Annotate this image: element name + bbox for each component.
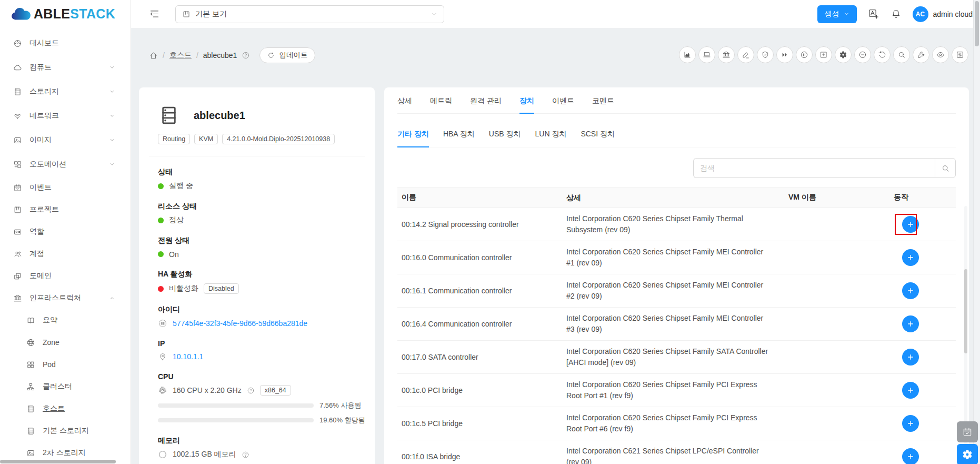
summary-icon <box>26 315 36 325</box>
translate-icon[interactable] <box>868 8 879 20</box>
attach-device-button[interactable] <box>902 382 919 399</box>
host-detail-card: 상세메트릭원격 관리장치이벤트코멘트 기타 장치HBA 장치USB 장치LUN … <box>384 87 969 464</box>
action-restart-icon[interactable] <box>874 46 891 63</box>
pod-icon <box>26 360 36 369</box>
usage-bar-label: 7.56% 사용됨 <box>319 401 361 410</box>
action-bank-icon[interactable] <box>718 46 735 63</box>
sidebar-item-pod[interactable]: Pod <box>0 353 131 376</box>
device-subtabs: 기타 장치HBA 장치USB 장치LUN 장치SCSI 장치 <box>397 130 956 147</box>
host-badges: RoutingKVM4.21.0.0-Mold.Diplo-2025120109… <box>158 134 356 144</box>
attach-device-button[interactable] <box>902 282 919 299</box>
sidebar-item-automation[interactable]: 오토메이션 <box>0 152 131 176</box>
tab-메트릭[interactable]: 메트릭 <box>430 96 452 113</box>
sidebar-item-accounts[interactable]: 계정 <box>0 243 131 265</box>
divider <box>149 156 365 156</box>
field-value[interactable]: 10.10.1.1 <box>173 352 203 361</box>
sidebar-item-images[interactable]: 이미지 <box>0 128 131 152</box>
host-field: 아이디57745f4e-32f3-45fe-9d66-59d66ba281de <box>158 305 356 328</box>
question-circle-icon[interactable] <box>242 51 250 60</box>
field-value[interactable]: 57745f4e-32f3-45fe-9d66-59d66ba281de <box>173 319 307 328</box>
tab-상세[interactable]: 상세 <box>397 96 412 113</box>
status-dot <box>158 183 164 189</box>
device-row: 00:1c.0 PCI bridgeIntel Corporation C620… <box>397 374 956 407</box>
sidebar: ABLESTACK 대시보드컴퓨트스토리지네트워크이미지오토메이션이벤트프로젝트… <box>0 0 131 464</box>
attach-device-button[interactable] <box>902 448 919 464</box>
host-icon <box>26 404 36 413</box>
subtab-scsi-장치[interactable]: SCSI 장치 <box>581 130 615 147</box>
event-log-floating-button[interactable] <box>957 421 978 442</box>
card-scrollbar-thumb[interactable] <box>964 269 967 353</box>
sidebar-item-label: 역할 <box>29 227 44 236</box>
page-scrollbar[interactable] <box>973 0 980 464</box>
sidebar-item-cluster[interactable]: 클러스터 <box>0 376 131 398</box>
notifications-bell-icon[interactable] <box>891 8 902 19</box>
search-button[interactable] <box>935 158 956 178</box>
attach-device-button[interactable] <box>902 216 919 233</box>
page-scrollbar-thumb[interactable] <box>975 1 979 46</box>
usage-bar-label: 19.60% 할당됨 <box>319 416 365 425</box>
sidebar-collapse-button[interactable] <box>149 8 160 19</box>
sidebar-horizontal-scrollbar-thumb[interactable] <box>0 460 116 463</box>
action-wrench-icon[interactable] <box>913 46 929 63</box>
action-edit-icon[interactable] <box>737 46 754 63</box>
sidebar-item-storage[interactable]: 스토리지 <box>0 80 131 104</box>
project-view-icon <box>182 10 191 18</box>
brand-logo[interactable]: ABLESTACK <box>0 0 131 28</box>
user-menu[interactable]: AC admin cloud <box>913 6 973 22</box>
sidebar-item-label: 요약 <box>43 315 57 325</box>
action-plus-square-icon[interactable] <box>815 46 832 63</box>
host-field: 메모리1002.15 GB 메모리 <box>158 436 356 459</box>
subtab-hba-장치[interactable]: HBA 장치 <box>443 130 475 147</box>
breadcrumb-hosts-link[interactable]: 호스트 <box>169 51 192 60</box>
sidebar-item-summary[interactable]: 요약 <box>0 309 131 331</box>
subtab-usb-장치[interactable]: USB 장치 <box>489 130 521 147</box>
attach-device-button[interactable] <box>902 415 919 432</box>
storage-icon <box>13 87 23 96</box>
update-button[interactable]: 업데이트 <box>259 47 315 63</box>
sidebar-item-events[interactable]: 이벤트 <box>0 176 131 199</box>
action-forward-icon[interactable] <box>776 46 793 63</box>
project-view-select[interactable]: 기본 보기 <box>175 5 444 23</box>
tab-이벤트[interactable]: 이벤트 <box>552 96 574 113</box>
question-circle-icon[interactable] <box>247 387 255 394</box>
sidebar-item-projects[interactable]: 프로젝트 <box>0 199 131 221</box>
sidebar-item-infrastructure[interactable]: 인프라스트럭쳐 <box>0 287 131 309</box>
action-eye-icon[interactable] <box>932 46 949 63</box>
host-actions-toolbar <box>679 46 968 63</box>
sidebar-item-dashboard[interactable]: 대시보드 <box>0 31 131 55</box>
attach-device-button[interactable] <box>902 349 919 366</box>
device-name: 00:1f.0 ISA bridge <box>397 452 562 461</box>
attach-device-button[interactable] <box>902 249 919 266</box>
home-icon[interactable] <box>149 51 158 60</box>
tab-장치[interactable]: 장치 <box>519 96 534 114</box>
tab-원격-관리[interactable]: 원격 관리 <box>470 96 502 113</box>
attach-device-button[interactable] <box>902 315 919 332</box>
sidebar-item-primary-storage[interactable]: 기본 스토리지 <box>0 420 131 442</box>
sidebar-item-roles[interactable]: 역할 <box>0 221 131 243</box>
settings-floating-button[interactable] <box>957 444 978 464</box>
action-pause-circle-icon[interactable] <box>796 46 813 63</box>
device-detail: Intel Corporation C620 Series Chipset Fa… <box>562 379 784 401</box>
subtab-lun-장치[interactable]: LUN 장치 <box>535 130 566 147</box>
field-label: 전원 상태 <box>158 236 356 245</box>
search-input[interactable] <box>693 158 935 178</box>
action-chart-icon[interactable] <box>679 46 696 63</box>
question-circle-icon[interactable] <box>242 451 249 459</box>
status-dot <box>158 251 164 257</box>
create-button[interactable]: 생성 <box>817 5 857 23</box>
sidebar-item-compute[interactable]: 컴퓨트 <box>0 55 131 80</box>
subtab-기타-장치[interactable]: 기타 장치 <box>397 130 429 147</box>
device-search <box>693 158 956 178</box>
action-search-icon[interactable] <box>893 46 910 63</box>
sidebar-item-network[interactable]: 네트워크 <box>0 104 131 128</box>
tab-코멘트[interactable]: 코멘트 <box>592 96 614 113</box>
sidebar-item-hosts[interactable]: 호스트 <box>0 398 131 420</box>
action-gear-icon[interactable] <box>835 46 852 63</box>
sidebar-item-label: 클러스터 <box>43 382 72 391</box>
sidebar-item-domains[interactable]: 도메인 <box>0 265 131 287</box>
action-laptop-icon[interactable] <box>698 46 715 63</box>
action-sliders-icon[interactable] <box>952 46 968 63</box>
action-shield-check-icon[interactable] <box>757 46 774 63</box>
action-minus-circle-icon[interactable] <box>854 46 871 63</box>
sidebar-item-zone[interactable]: Zone <box>0 331 131 353</box>
